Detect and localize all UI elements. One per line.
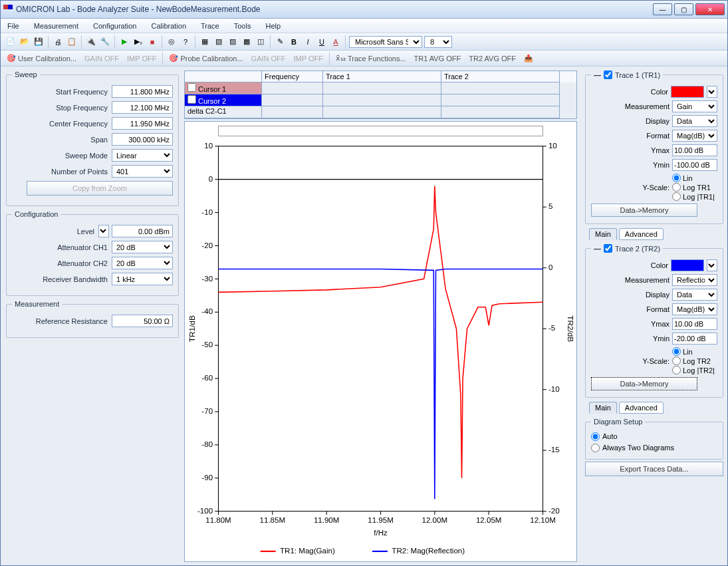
cursor-2-row[interactable]: Cursor 2: [185, 94, 262, 106]
attenuator-ch2-select[interactable]: 20 dB: [112, 257, 173, 269]
connect-icon[interactable]: 🔌: [85, 36, 97, 48]
tab-main-2[interactable]: Main: [589, 402, 617, 414]
diagram-auto-radio[interactable]: [591, 432, 600, 441]
svg-rect-0: [218, 146, 543, 511]
svg-text:-20: -20: [548, 506, 560, 515]
grid4-icon[interactable]: ▩: [241, 36, 253, 48]
trace1-yscale-log[interactable]: [672, 183, 681, 192]
trace2-ymax-input[interactable]: [672, 318, 717, 330]
tab-main-1[interactable]: Main: [589, 228, 617, 240]
level-input[interactable]: [112, 225, 173, 237]
trace1-color[interactable]: [671, 86, 704, 98]
user-calibration-button[interactable]: 🎯User Calibration...: [5, 53, 78, 64]
trace1-enable-checkbox[interactable]: [604, 71, 612, 79]
receiver-bandwidth-select[interactable]: 1 kHz: [112, 273, 173, 285]
trace2-color-dropdown[interactable]: [707, 259, 717, 271]
trace1-display-select[interactable]: Data: [672, 115, 717, 127]
diagram-two-radio[interactable]: [591, 444, 600, 452]
trace1-yscale-lin[interactable]: [672, 174, 681, 182]
start-frequency-input[interactable]: [112, 85, 173, 98]
cursor-2-checkbox[interactable]: [187, 95, 196, 104]
italic-icon[interactable]: I: [302, 36, 314, 48]
bold-icon[interactable]: B: [288, 36, 300, 48]
chart-area[interactable]: 11.80M11.85M11.90M11.95M12.00M12.05M12.1…: [184, 121, 577, 562]
print-icon[interactable]: 🖨: [52, 36, 64, 48]
center-frequency-input[interactable]: [112, 117, 173, 130]
trace1-ymin-input[interactable]: [672, 159, 717, 171]
cursor-1-checkbox[interactable]: [187, 83, 196, 92]
trace1-color-dropdown[interactable]: [707, 86, 717, 98]
diagram-setup-group: Diagram Setup Auto Always Two Diagrams: [585, 418, 723, 460]
tab-advanced-1[interactable]: Advanced: [619, 228, 664, 240]
menu-trace[interactable]: Trace: [201, 22, 219, 30]
export-traces-button[interactable]: Export Traces Data...: [585, 462, 723, 476]
trace2-yscale-logabs[interactable]: [672, 366, 681, 374]
span-input[interactable]: [112, 133, 173, 146]
trace1-format-select[interactable]: Mag(dB): [672, 130, 717, 142]
trace2-data-memory-button[interactable]: Data->Memory: [591, 377, 697, 390]
attenuator-ch1-select[interactable]: 20 dB: [112, 241, 173, 253]
stop-icon[interactable]: ■: [146, 36, 158, 48]
svg-text:10: 10: [548, 141, 557, 150]
trace-functions-button[interactable]: x̄₁₂Trace Functions...: [334, 53, 408, 64]
menu-calibration[interactable]: Calibration: [151, 22, 186, 30]
copy-icon[interactable]: 📋: [66, 36, 78, 48]
trace2-yscale-log[interactable]: [672, 356, 681, 365]
trace2-measurement-select[interactable]: Reflection: [672, 274, 717, 286]
trace2-ymin-input[interactable]: [672, 333, 717, 345]
cursor-header-frequency[interactable]: Frequency: [262, 71, 323, 82]
title-bar: OMICRON Lab - Bode Analyzer Suite - NewB…: [1, 1, 727, 19]
font-name-select[interactable]: Microsoft Sans Ser: [349, 36, 422, 48]
svg-text:-60: -60: [201, 373, 213, 382]
close-button[interactable]: ✕: [695, 3, 725, 15]
grid1-icon[interactable]: ▦: [199, 36, 211, 48]
menu-configuration[interactable]: Configuration: [93, 22, 136, 30]
pen-icon[interactable]: ✎: [274, 36, 286, 48]
cursor-header-trace1[interactable]: Trace 1: [323, 71, 441, 82]
cursor-delta-row[interactable]: delta C2-C1: [185, 106, 262, 118]
menu-tools[interactable]: Tools: [234, 22, 251, 30]
trace1-data-memory-button[interactable]: Data->Memory: [591, 204, 697, 217]
grid5-icon[interactable]: ◫: [255, 36, 267, 48]
trace2-display-select[interactable]: Data: [672, 289, 717, 301]
open-icon[interactable]: 📂: [19, 36, 31, 48]
config-icon[interactable]: 🔧: [99, 36, 111, 48]
sweep-mode-select[interactable]: Linear: [112, 149, 173, 162]
stop-frequency-input[interactable]: [112, 101, 173, 114]
trace1-measurement-select[interactable]: Gain: [672, 100, 717, 112]
trace1-ymax-input[interactable]: [672, 144, 717, 156]
grid3-icon[interactable]: ▨: [227, 36, 239, 48]
menu-measurement[interactable]: Measurement: [34, 22, 78, 30]
cursor-1-row[interactable]: Cursor 1: [185, 82, 262, 94]
grid2-icon[interactable]: ▧: [213, 36, 225, 48]
trace2-yscale-lin[interactable]: [672, 347, 681, 356]
run-icon[interactable]: ▶: [118, 36, 130, 48]
new-icon[interactable]: 📄: [5, 36, 17, 48]
maximize-button[interactable]: ▢: [674, 3, 693, 15]
level-dropdown[interactable]: [98, 225, 109, 237]
copy-from-zoom-button[interactable]: Copy from Zoom: [27, 181, 173, 196]
svg-text:5: 5: [548, 202, 553, 210]
trace2-format-select[interactable]: Mag(dB): [672, 303, 717, 315]
trace2-enable-checkbox[interactable]: [604, 244, 612, 253]
reference-resistance-input[interactable]: [112, 315, 173, 327]
cursor-header-trace2[interactable]: Trace 2: [441, 71, 560, 82]
export-icon[interactable]: 📤: [522, 53, 535, 64]
target-icon[interactable]: ◎: [166, 36, 178, 48]
menu-help[interactable]: Help: [265, 22, 281, 30]
points-select[interactable]: 401: [112, 165, 173, 178]
trace1-yscale-logabs[interactable]: [672, 192, 681, 201]
trace2-color[interactable]: [671, 259, 704, 271]
probe-calibration-button[interactable]: 🎯Probe Calibration...: [167, 53, 245, 64]
underline-icon[interactable]: U: [316, 36, 328, 48]
font-color-icon[interactable]: A: [330, 36, 342, 48]
font-size-select[interactable]: 8: [424, 36, 452, 48]
tab-advanced-2[interactable]: Advanced: [619, 402, 664, 414]
single-icon[interactable]: ▶ₛ: [132, 36, 144, 48]
help-icon[interactable]: ?: [180, 36, 191, 48]
sweep-legend: Sweep: [12, 71, 40, 78]
minimize-button[interactable]: —: [653, 3, 672, 15]
menu-file[interactable]: File: [7, 22, 19, 30]
save-icon[interactable]: 💾: [33, 36, 45, 48]
sweep-group: Sweep Start Frequency Stop Frequency Cen…: [6, 71, 179, 206]
